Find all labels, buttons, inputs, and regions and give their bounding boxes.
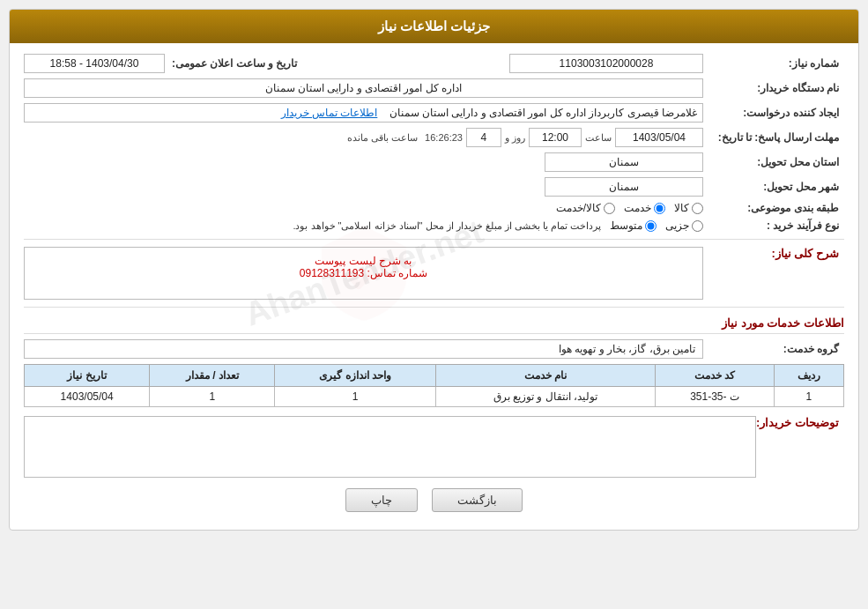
needs-info-section: اطلاعات خدمات مورد نیاز گروه خدمت: تامین… — [24, 316, 844, 407]
category-khedmat-radio[interactable] — [654, 203, 665, 214]
table-cell-3: 1 — [275, 387, 435, 407]
page-title: جزئیات اطلاعات نیاز — [378, 19, 490, 33]
deadline-row: مهلت ارسال پاسخ: تا تاریخ: 1403/05/04 سا… — [24, 128, 844, 147]
table-cell-0: 1 — [774, 387, 843, 407]
province-value: سمنان — [545, 152, 703, 172]
buyer-org-row: نام دستگاه خریدار: اداره کل امور اقتصادی… — [24, 78, 844, 98]
category-radio-group: کالا خدمت کالا/خدمت — [556, 202, 703, 214]
service-group-value: تامین برق، گاز، بخار و تهویه هوا — [24, 339, 703, 359]
deadline-date: 1403/05/04 — [615, 128, 703, 147]
city-row: شهر محل تحویل: سمنان — [24, 177, 844, 197]
buyer-desc-label: توضیحات خریدار: — [756, 416, 844, 429]
contact-info: شماره تماس: 09128311193 — [32, 267, 695, 279]
city-value: سمنان — [545, 177, 703, 197]
purchase-type-jozi-label: جزیی — [665, 219, 689, 232]
buyer-org-label: نام دستگاه خریدار: — [703, 82, 844, 94]
deadline-label: مهلت ارسال پاسخ: تا تاریخ: — [703, 131, 844, 144]
card-header: جزئیات اطلاعات نیاز — [10, 10, 858, 43]
page-wrapper: جزئیات اطلاعات نیاز شماره نیاز: 11030031… — [0, 0, 868, 609]
table-row: 1ت -35-351تولید، انتقال و توزیع برق11140… — [25, 387, 844, 407]
col-qty: تعداد / مقدار — [150, 365, 275, 387]
requester-label: ایجاد کننده درخواست: — [703, 107, 844, 119]
buyer-org-value: اداره کل امور اقتصادی و دارایی استان سمن… — [24, 78, 703, 98]
category-kala-khedmat-label: کالا/خدمت — [556, 202, 601, 214]
needs-section-title: اطلاعات خدمات مورد نیاز — [24, 316, 844, 334]
needs-table: ردیف کد خدمت نام خدمت واحد اندازه گیری ت… — [24, 364, 844, 407]
province-row: استان محل تحویل: سمنان — [24, 152, 844, 172]
divider2 — [24, 307, 844, 308]
need-number-value: 1103003102000028 — [509, 54, 703, 73]
need-number-row: شماره نیاز: 1103003102000028 تاریخ و ساع… — [24, 54, 844, 73]
contact-link[interactable]: اطلاعات تماس خریدار — [281, 107, 378, 119]
purchase-type-motavaset-label: متوسط — [610, 219, 642, 232]
col-name: نام خدمت — [435, 365, 656, 387]
general-desc-box: AhanTender.net به شرح لیست پیوست شماره ت… — [24, 247, 703, 300]
category-kala-label: کالا — [674, 202, 689, 214]
print-button[interactable]: چاپ — [345, 488, 418, 512]
needs-table-head: ردیف کد خدمت نام خدمت واحد اندازه گیری ت… — [25, 365, 844, 387]
purchase-type-radio-group: جزیی متوسط — [610, 219, 703, 232]
deadline-remaining-value: 16:26:23 — [425, 132, 463, 143]
card-body: شماره نیاز: 1103003102000028 تاریخ و ساع… — [10, 43, 858, 530]
col-date: تاریخ نیاز — [25, 365, 150, 387]
category-kala-khedmat-radio[interactable] — [604, 203, 615, 214]
needs-table-header-row: ردیف کد خدمت نام خدمت واحد اندازه گیری ت… — [25, 365, 844, 387]
main-card: جزئیات اطلاعات نیاز شماره نیاز: 11030031… — [9, 9, 859, 531]
purchase-type-motavaset: متوسط — [610, 219, 657, 232]
deadline-time: 12:00 — [529, 128, 582, 147]
back-button[interactable]: بازگشت — [432, 488, 523, 512]
requester-value: غلامرضا قیصری کاربرداز اداره کل امور اقت… — [24, 103, 703, 123]
col-code: کد خدمت — [656, 365, 774, 387]
purchase-type-jozi-radio[interactable] — [692, 220, 703, 232]
table-cell-5: 1403/05/04 — [25, 387, 150, 407]
general-desc-container: AhanTender.net به شرح لیست پیوست شماره ت… — [24, 247, 703, 300]
category-row: طبقه بندی موضوعی: کالا خدمت کالا/خدمت — [24, 202, 844, 214]
needs-table-body: 1ت -35-351تولید، انتقال و توزیع برق11140… — [25, 387, 844, 407]
requester-row: ایجاد کننده درخواست: غلامرضا قیصری کاربر… — [24, 103, 844, 123]
deadline-time-label: ساعت — [585, 132, 612, 144]
table-cell-4: 1 — [150, 387, 275, 407]
announce-datetime-value: 1403/04/30 - 18:58 — [24, 54, 165, 73]
purchase-type-row: نوع فرآیند خرید : جزیی متوسط پرداخت تمام… — [24, 219, 844, 232]
col-unit: واحد اندازه گیری — [275, 365, 435, 387]
service-group-label: گروه خدمت: — [703, 343, 844, 355]
general-desc-label: شرح کلی نیاز: — [703, 247, 844, 260]
category-khedmat: خدمت — [624, 202, 665, 214]
buttons-row: بازگشت چاپ — [24, 488, 844, 512]
category-kala: کالا — [674, 202, 703, 214]
general-desc-value: به شرح لیست پیوست شماره تماس: 0912831119… — [32, 255, 695, 279]
city-label: شهر محل تحویل: — [703, 181, 844, 193]
buyer-desc-row: توضیحات خریدار: — [24, 416, 844, 478]
category-khedmat-label: خدمت — [624, 202, 651, 214]
deadline-remaining-label: ساعت باقی مانده — [347, 132, 418, 144]
service-group-row: گروه خدمت: تامین برق، گاز، بخار و تهویه … — [24, 339, 844, 359]
purchase-type-jozi: جزیی — [665, 219, 703, 232]
province-label: استان محل تحویل: — [703, 156, 844, 168]
need-number-label: شماره نیاز: — [703, 57, 844, 70]
deadline-days-label: روز و — [505, 132, 525, 144]
category-label: طبقه بندی موضوعی: — [703, 202, 844, 214]
purchase-type-note: پرداخت تمام یا بخشی از مبلغ خریدار از مح… — [293, 220, 601, 232]
divider1 — [24, 239, 844, 240]
category-kala-khedmat: کالا/خدمت — [556, 202, 615, 214]
general-desc-row: شرح کلی نیاز: AhanTender.net به شرح لیست… — [24, 247, 844, 300]
purchase-type-motavaset-radio[interactable] — [645, 220, 657, 232]
announce-datetime-label: تاریخ و ساعت اعلان عمومی: — [172, 57, 302, 70]
table-cell-1: ت -35-351 — [656, 387, 774, 407]
col-row: ردیف — [774, 365, 843, 387]
deadline-days: 4 — [466, 128, 501, 147]
category-kala-radio[interactable] — [692, 203, 703, 214]
buyer-desc-box — [24, 416, 756, 478]
table-cell-2: تولید، انتقال و توزیع برق — [435, 387, 656, 407]
purchase-type-label: نوع فرآیند خرید : — [703, 219, 844, 232]
